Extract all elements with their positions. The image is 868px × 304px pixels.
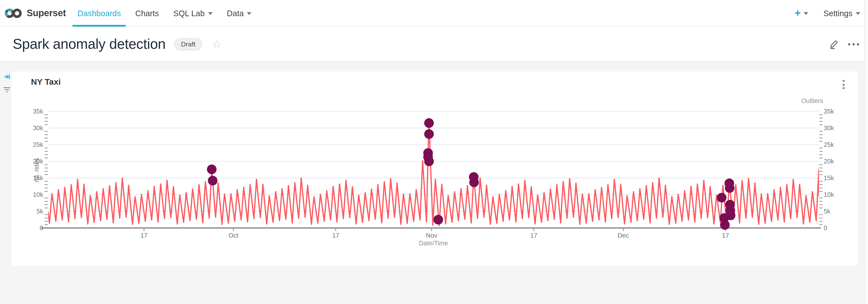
x-axis-tick-label: 17 [141,232,147,239]
y-axis-tick-label: 30k [33,124,43,132]
page-title: Spark anomaly detection [13,36,165,52]
filter-icon-button[interactable] [3,87,10,93]
nav-tab-data[interactable]: Data [220,0,259,26]
outlier-point[interactable] [207,164,217,174]
nav-tab-label: Data [227,9,244,18]
header-actions [829,39,859,49]
outlier-point[interactable] [720,220,730,230]
chevron-down-icon [247,12,252,15]
outlier-point[interactable] [469,177,479,187]
chevron-down-icon [804,12,808,15]
settings-label: Settings [824,9,852,18]
outlier-point[interactable] [424,129,434,139]
superset-logo[interactable]: Superset [4,7,66,19]
plus-icon: + [795,8,801,18]
new-item-button[interactable]: + [795,8,808,18]
dashboard-header: Spark anomaly detection Draft ☆ [0,27,868,62]
scrollbar[interactable] [864,0,868,304]
nytaxi-chart-canvas[interactable]: 005k5k10k10k15k15k20k20k25k25k30k30k35k3… [12,72,858,266]
filter-lines-icon [3,87,10,93]
status-badge: Draft [174,38,202,50]
nav-tab-label: Dashboards [78,9,121,18]
nav-tab-label: SQL Lab [174,9,205,18]
y-axis-tick-label: 10k [33,191,43,198]
ellipsis-icon [848,43,859,45]
outlier-point[interactable] [424,157,434,166]
pencil-icon [829,39,839,49]
y-axis-tick-label-right: 15k [824,174,834,182]
chart-svg: 005k5k10k10k15k15k20k20k25k25k30k30k35k3… [12,72,858,266]
main-nav: Dashboards Charts SQL Lab Data [70,0,259,26]
y-axis-tick-label-right: 30k [824,124,834,132]
dashboard-content: NY Taxi 005k5k10k10k15k15k20k20k25k25k30… [0,61,868,304]
arrow-to-bar-icon [3,74,10,80]
nav-tab-charts[interactable]: Charts [128,0,166,26]
favorite-star-icon[interactable]: ☆ [212,39,221,49]
outlier-point[interactable] [434,215,443,224]
y-axis-tick-label-right: 25k [824,141,834,148]
outlier-point[interactable] [208,176,217,186]
filter-rail [2,74,12,93]
infinity-logo-icon [4,7,22,19]
app-window: Superset Dashboards Charts SQL Lab Data … [0,0,868,304]
left-axis-title: no. rides [33,158,40,182]
top-navbar: Superset Dashboards Charts SQL Lab Data … [0,0,868,27]
y-axis-tick-label: 35k [33,108,43,115]
y-axis-tick-label-right: 20k [824,158,834,165]
x-axis-tick-label: Oct [228,232,239,239]
y-axis-tick-label: 25k [33,141,43,148]
y-axis-tick-label-right: 5k [824,208,831,215]
chevron-down-icon [856,12,860,15]
y-axis-tick-label: 5k [36,208,43,215]
y-axis-tick-label-right: 0 [824,224,827,231]
navbar-right: + Settings [795,8,860,18]
outlier-point[interactable] [726,211,735,220]
y-axis-tick-label-right: 35k [824,108,834,115]
outlier-point[interactable] [725,183,735,193]
rides-line-series [48,123,819,226]
x-axis-tick-label: Nov [426,232,437,239]
x-axis-tick-label: 17 [722,232,729,239]
brand-name: Superset [27,7,66,19]
x-axis-tick-label: Dec [618,232,629,239]
y-axis-tick-label-right: 10k [824,191,834,198]
right-axis-title: Outliers [801,98,823,104]
chevron-down-icon [208,12,213,15]
settings-menu-button[interactable]: Settings [824,9,860,18]
chart-card: NY Taxi 005k5k10k10k15k15k20k20k25k25k30… [12,72,858,266]
nav-tab-sql-lab[interactable]: SQL Lab [166,0,220,26]
x-axis-tick-label: 17 [332,232,339,239]
nav-tab-label: Charts [135,9,159,18]
outlier-point[interactable] [424,118,434,128]
expand-filter-bar-button[interactable] [3,74,10,80]
x-axis-tick-label: 17 [530,232,537,239]
x-axis-title: Date/Time [419,240,448,247]
edit-dashboard-button[interactable] [829,39,839,49]
outlier-point[interactable] [717,193,726,202]
dashboard-menu-button[interactable] [848,43,859,45]
nav-tab-dashboards[interactable]: Dashboards [70,0,128,26]
